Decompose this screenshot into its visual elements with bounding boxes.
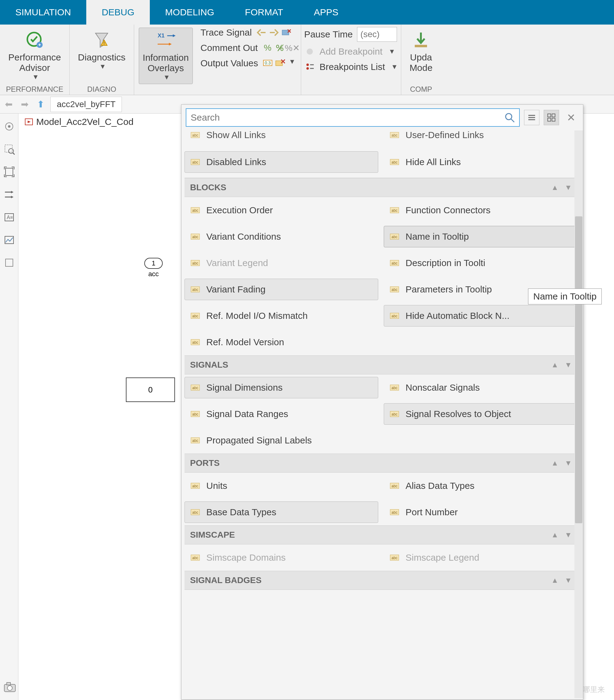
section-collapse-icons[interactable]: ▲▼: [551, 459, 572, 467]
breakpoints-list-button[interactable]: Breakpoints List ▼: [304, 61, 398, 72]
overlay-option[interactable]: abc Signal Data Ranges: [184, 403, 378, 425]
overlay-option[interactable]: abc Name in Tooltip: [384, 226, 577, 247]
section-title: PORTS: [190, 458, 220, 468]
value-box-icon[interactable]: 0.3: [262, 58, 273, 69]
signal-lines-icon[interactable]: [2, 188, 16, 201]
breadcrumb[interactable]: Model_Acc2Vel_C_Cod: [25, 117, 134, 127]
overlay-option[interactable]: abc Disabled Links: [184, 151, 378, 173]
overlay-option[interactable]: abc Variant Legend: [184, 252, 378, 274]
option-icon: abc: [190, 408, 202, 420]
overlay-option[interactable]: abc Signal Dimensions: [184, 377, 378, 398]
svg-text:abc: abc: [391, 386, 397, 390]
download-arrow-icon: [411, 30, 431, 50]
nav-forward-icon[interactable]: ➡: [19, 98, 31, 111]
overlay-option[interactable]: abc Simscape Domains: [184, 547, 378, 568]
option-label: Simscape Legend: [406, 552, 479, 563]
nav-up-icon[interactable]: ⬆: [34, 98, 47, 111]
section-header[interactable]: SIMSCAPE ▲▼: [184, 525, 577, 545]
overlay-option[interactable]: abc Alias Data Types: [384, 475, 577, 497]
tab-simulation[interactable]: SIMULATION: [0, 0, 86, 25]
section-collapse-icons[interactable]: ▲▼: [551, 530, 572, 539]
camera-icon[interactable]: [3, 680, 16, 694]
comment-out-button[interactable]: Comment Out % %̸ %✕: [200, 42, 298, 53]
block-icon[interactable]: [2, 256, 16, 270]
tab-format[interactable]: FORMAT: [230, 0, 298, 25]
overlay-option[interactable]: abc Execution Order: [184, 199, 378, 221]
percent-icon[interactable]: %: [262, 42, 273, 53]
overlay-option[interactable]: abc Variant Fading: [184, 279, 378, 300]
grid-view-button[interactable]: [544, 110, 559, 125]
overlay-scrollbar[interactable]: [574, 130, 583, 698]
value-clear-icon[interactable]: [275, 58, 286, 69]
svg-text:abc: abc: [391, 484, 397, 488]
overlay-option[interactable]: abc User-Defined Links: [384, 130, 577, 146]
image-icon[interactable]: [2, 233, 16, 247]
nav-back-icon[interactable]: ⬅: [2, 98, 15, 111]
add-breakpoint-button[interactable]: Add Breakpoint ▼: [304, 46, 398, 57]
percent-clear-icon[interactable]: %✕: [287, 42, 298, 53]
option-icon: abc: [190, 230, 202, 243]
overlay-option[interactable]: abc Ref. Model I/O Mismatch: [184, 305, 378, 326]
overlay-option[interactable]: abc Description in Toolti: [384, 252, 577, 274]
overlay-search-input[interactable]: [191, 112, 504, 123]
svg-marker-25: [11, 196, 13, 198]
section-header[interactable]: SIGNALS ▲▼: [184, 355, 577, 374]
section-collapse-icons[interactable]: ▲▼: [551, 361, 572, 369]
overlay-option[interactable]: abc Ref. Model Version: [184, 332, 383, 353]
option-label: Variant Fading: [206, 284, 266, 295]
chevron-down-icon: ▼: [99, 63, 106, 71]
performance-advisor-label: Performance Advisor: [8, 52, 61, 73]
overlay-option[interactable]: abc Signal Resolves to Object: [384, 403, 577, 425]
tab-modeling[interactable]: MODELING: [150, 0, 230, 25]
overlay-option[interactable]: abc Hide Automatic Block N...: [384, 305, 577, 326]
trace-signal-button[interactable]: Trace Signal: [200, 27, 298, 38]
option-label: Show All Links: [206, 130, 266, 140]
overlay-scroll-thumb[interactable]: [575, 216, 582, 523]
overlay-option[interactable]: abc Port Number: [384, 501, 577, 523]
option-label: Signal Resolves to Object: [406, 409, 511, 419]
percent-through-icon[interactable]: %̸: [274, 42, 285, 53]
section-collapse-icons[interactable]: ▲▼: [551, 183, 572, 192]
overlay-option[interactable]: abc Hide All Links: [384, 151, 577, 173]
overlay-option[interactable]: abc Propagated Signal Labels: [184, 430, 383, 451]
overlay-search[interactable]: [186, 108, 520, 127]
count-block[interactable]: 0: [126, 377, 175, 402]
information-overlays-button[interactable]: X1 Information Overlays ▼: [139, 28, 193, 84]
output-values-button[interactable]: Output Values 0.3 ▼: [200, 58, 298, 69]
overlay-option[interactable]: abc Variant Conditions: [184, 226, 378, 247]
performance-advisor-button[interactable]: Performance Advisor ▼: [4, 28, 65, 84]
zoom-area-icon[interactable]: [2, 142, 16, 156]
overlay-option[interactable]: abc Base Data Types: [184, 501, 378, 523]
fit-view-icon[interactable]: [2, 165, 16, 179]
annotation-icon[interactable]: A≡: [2, 211, 16, 224]
diagnostics-button[interactable]: ! Diagnostics ▼: [74, 28, 129, 73]
update-model-button[interactable]: Upda Mode: [406, 28, 436, 75]
tab-debug[interactable]: DEBUG: [86, 0, 150, 25]
close-button[interactable]: ✕: [563, 110, 579, 125]
section-header[interactable]: BLOCKS ▲▼: [184, 178, 577, 197]
pause-time-input[interactable]: [357, 27, 397, 42]
svg-text:abc: abc: [192, 208, 198, 213]
chevron-down-icon[interactable]: ▼: [289, 58, 296, 69]
overlay-option[interactable]: abc Simscape Legend: [384, 547, 577, 568]
group-label-performance: PERFORMANCE: [6, 85, 63, 93]
section-collapse-icons[interactable]: ▲▼: [551, 576, 572, 585]
option-icon: abc: [190, 434, 202, 447]
target-icon[interactable]: [2, 120, 16, 133]
inport-block[interactable]: 1 acc: [144, 258, 163, 278]
trace-clear-icon[interactable]: [281, 27, 292, 38]
tab-apps[interactable]: APPS: [298, 0, 354, 25]
section-header[interactable]: SIGNAL BADGES ▲▼: [184, 571, 577, 590]
step-forward-icon[interactable]: [268, 27, 279, 38]
model-tab[interactable]: acc2vel_byFFT: [50, 97, 122, 112]
overlay-header: ✕: [182, 105, 583, 130]
overlay-option[interactable]: abc Function Connectors: [384, 199, 577, 221]
overlay-option[interactable]: abc Units: [184, 475, 378, 497]
option-icon: abc: [190, 551, 202, 564]
overlay-option[interactable]: abc Nonscalar Signals: [384, 377, 577, 398]
section-header[interactable]: PORTS ▲▼: [184, 453, 577, 473]
list-view-button[interactable]: [524, 110, 539, 125]
section-title: SIGNAL BADGES: [190, 575, 261, 585]
step-back-icon[interactable]: [256, 27, 267, 38]
overlay-option[interactable]: abc Show All Links: [184, 130, 378, 146]
